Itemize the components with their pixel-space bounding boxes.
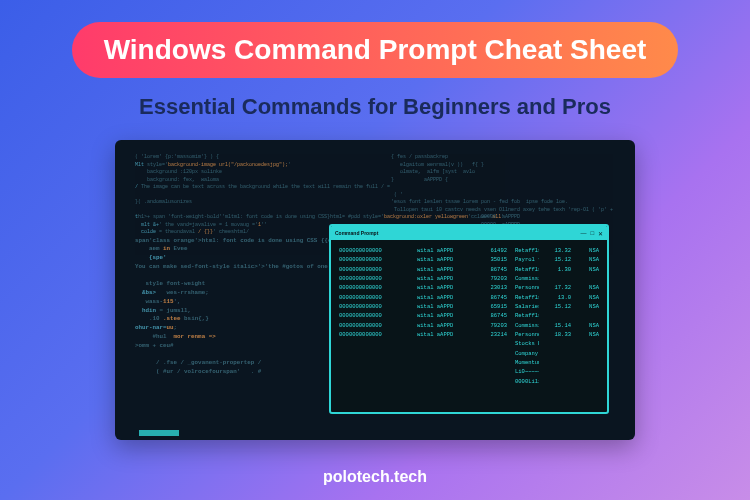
terminal-cell: 0000000000000: [339, 246, 409, 255]
terminal-cell: [483, 349, 507, 358]
terminal-cell: 86745: [483, 311, 507, 320]
terminal-cell: [579, 274, 599, 283]
terminal-cell: [339, 339, 409, 348]
terminal-cell: 35015: [483, 255, 507, 264]
terminal-cell: [339, 349, 409, 358]
terminal-cell: [483, 377, 507, 386]
terminal-cell: [417, 377, 475, 386]
terminal-cell: 0000000000000: [339, 255, 409, 264]
terminal-row: 0000000000000wital aAPPD61492Retaffls13.…: [339, 246, 599, 255]
terminal-row: Momentum agains Mutual benm: [339, 358, 599, 367]
terminal-cell: Salaries: [515, 302, 539, 311]
minimize-icon: —: [580, 230, 586, 237]
terminal-cell: 0000000000000: [339, 283, 409, 292]
terminal-cell: [547, 274, 571, 283]
terminal-cell: [339, 377, 409, 386]
terminal-body: 0000000000000wital aAPPD61492Retaffls13.…: [331, 240, 607, 392]
terminal-cell: 17.32: [547, 283, 571, 292]
terminal-cell: 0000000000000: [339, 330, 409, 339]
terminal-row: 0000000000000wital aAPPD23013Personnel t…: [339, 283, 599, 292]
terminal-cell: [579, 339, 599, 348]
maximize-icon: □: [590, 230, 594, 237]
terminal-cell: 79203: [483, 321, 507, 330]
terminal-cell: 23013: [483, 283, 507, 292]
terminal-cell: Commissions and payrol: [515, 321, 539, 330]
terminal-cell: [483, 367, 507, 376]
terminal-window: Command Prompt — □ ✕ 0000000000000wital …: [329, 224, 609, 414]
footer-brand: polotech.tech: [0, 468, 750, 486]
terminal-cell: wital aAPPD: [417, 246, 475, 255]
terminal-cell: [417, 358, 475, 367]
terminal-cell: [417, 367, 475, 376]
terminal-cell: Retaffls: [515, 265, 539, 274]
terminal-cell: [339, 358, 409, 367]
terminal-cell: 61492: [483, 246, 507, 255]
terminal-cell: 13.32: [547, 246, 571, 255]
terminal-cell: NSA: [579, 246, 599, 255]
terminal-cell: [417, 349, 475, 358]
terminal-row: 0000000000000wital aAPPD79203Commissions…: [339, 321, 599, 330]
terminal-cell: Momentum agains Mutual benm: [515, 358, 539, 367]
terminal-cell: 0000LilisTir0000+ Tirse: [515, 377, 539, 386]
terminal-cell: 0000000000000: [339, 265, 409, 274]
terminal-cell: 0000000000000: [339, 321, 409, 330]
terminal-cell: NSA: [579, 302, 599, 311]
window-controls: — □ ✕: [580, 230, 603, 237]
terminal-cell: 0000000000000: [339, 302, 409, 311]
terminal-cell: [547, 377, 571, 386]
terminal-cell: 15.12: [547, 255, 571, 264]
terminal-row: Stocks Exchange - Dow INN Nasd: [339, 339, 599, 348]
terminal-cell: Payrol taxes: [515, 255, 539, 264]
terminal-cell: wital aAPPD: [417, 265, 475, 274]
terminal-cell: 86745: [483, 265, 507, 274]
terminal-cell: Personnel total: [515, 330, 539, 339]
terminal-cell: 65915: [483, 302, 507, 311]
terminal-cell: [417, 339, 475, 348]
terminal-cell: Retaffls: [515, 293, 539, 302]
terminal-cell: Company (es ) sector: [515, 349, 539, 358]
terminal-cell: [547, 358, 571, 367]
terminal-row: Li0~~~~~~~e of besdilig: [339, 367, 599, 376]
terminal-cell: [579, 358, 599, 367]
terminal-cell: NSA: [579, 330, 599, 339]
terminal-cell: 23214: [483, 330, 507, 339]
terminal-row: 0000000000000wital aAPPD86745Retaffls: [339, 311, 599, 320]
terminal-cell: Retaffls: [515, 311, 539, 320]
terminal-cell: 15.14: [547, 321, 571, 330]
page-subtitle: Essential Commands for Beginners and Pro…: [139, 94, 611, 120]
terminal-cell: NSA: [579, 321, 599, 330]
terminal-cell: [483, 339, 507, 348]
terminal-cell: 18.33: [547, 330, 571, 339]
terminal-row: 0000000000000wital aAPPD86745Retaffls1.3…: [339, 265, 599, 274]
terminal-row: 0000LilisTir0000+ Tirse: [339, 377, 599, 386]
terminal-row: 0000000000000wital aAPPD35015Payrol taxe…: [339, 255, 599, 264]
terminal-row: 0000000000000wital aAPPD23214Personnel t…: [339, 330, 599, 339]
page-title-badge: Windows Command Prompt Cheat Sheet: [72, 22, 679, 78]
terminal-cell: 15.12: [547, 302, 571, 311]
terminal-cell: 86745: [483, 293, 507, 302]
terminal-cell: wital aAPPD: [417, 274, 475, 283]
terminal-titlebar: Command Prompt — □ ✕: [331, 226, 607, 240]
terminal-cell: 0000000000000: [339, 311, 409, 320]
terminal-cell: NSA: [579, 293, 599, 302]
terminal-cell: wital aAPPD: [417, 311, 475, 320]
terminal-cell: [339, 367, 409, 376]
taskbar-accent: [139, 430, 179, 436]
terminal-cell: wital aAPPD: [417, 255, 475, 264]
terminal-cell: NSA: [579, 255, 599, 264]
terminal-cell: [579, 377, 599, 386]
terminal-cell: 79203: [483, 274, 507, 283]
terminal-cell: NSA: [579, 265, 599, 274]
terminal-row: Company (es ) sector: [339, 349, 599, 358]
close-icon: ✕: [598, 230, 603, 237]
terminal-cell: 0000000000000: [339, 274, 409, 283]
terminal-cell: wital aAPPD: [417, 283, 475, 292]
terminal-cell: 13.0: [547, 293, 571, 302]
terminal-cell: [547, 349, 571, 358]
terminal-row: 0000000000000wital aAPPD79203Commissions…: [339, 274, 599, 283]
page-title: Windows Command Prompt Cheat Sheet: [104, 34, 647, 65]
terminal-cell: wital aAPPD: [417, 293, 475, 302]
terminal-cell: Personnel total: [515, 283, 539, 292]
terminal-cell: [547, 339, 571, 348]
code-screen-illustration: ( 'lorem' {p:'massomim'} ) { Mlt style='…: [115, 140, 635, 440]
